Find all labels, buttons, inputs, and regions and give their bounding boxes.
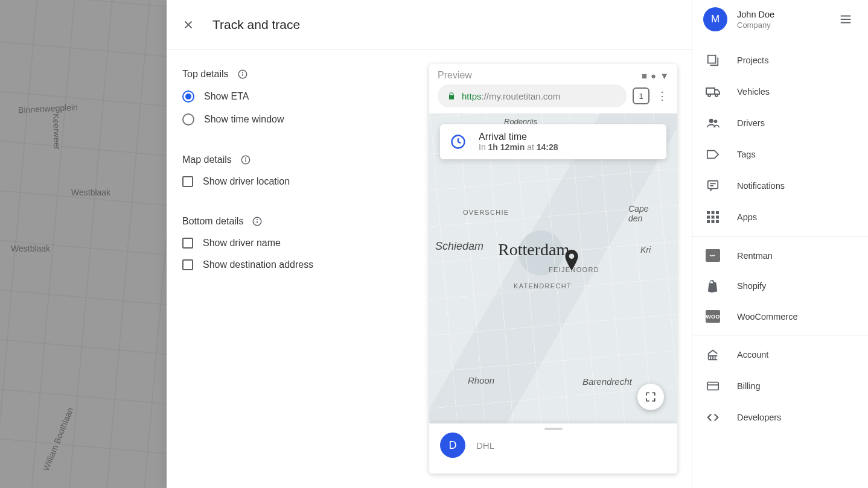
- sidebar-item-projects[interactable]: Projects: [692, 45, 868, 76]
- section-title-top-details: Top details: [182, 69, 413, 80]
- divider: [692, 236, 868, 237]
- vehicles-icon: [706, 84, 720, 99]
- section-title-bottom-details: Bottom details: [182, 216, 413, 227]
- option-label: Show time window: [204, 114, 284, 125]
- svg-rect-14: [707, 211, 710, 214]
- projects-icon: [706, 53, 720, 68]
- svg-point-11: [709, 119, 713, 123]
- map-area-label: Rhoon: [468, 375, 494, 385]
- svg-point-10: [715, 94, 718, 97]
- preview-column: Preview ■ ● ▼ https: [429, 49, 692, 488]
- apps-icon: [706, 210, 720, 224]
- url-sep: ://: [482, 91, 490, 101]
- svg-rect-16: [716, 211, 719, 214]
- device-selector: ■ ● ▼: [642, 71, 669, 81]
- sidebar-item-billing[interactable]: Billing: [692, 370, 868, 402]
- device-caret-icon[interactable]: ▼: [660, 71, 669, 81]
- fullscreen-icon: [645, 391, 656, 402]
- account-icon: [706, 347, 720, 362]
- lock-icon: [447, 92, 456, 100]
- svg-rect-13: [708, 181, 718, 189]
- svg-rect-8: [706, 88, 715, 94]
- drivers-icon: [706, 116, 720, 130]
- carrier-avatar: D: [440, 433, 465, 458]
- section-title-label: Top details: [182, 69, 229, 80]
- option-show-eta[interactable]: Show ETA: [182, 90, 413, 103]
- sidebar-item-label: Account: [737, 350, 768, 360]
- section-title-label: Bottom details: [182, 216, 243, 227]
- sidebar-item-woocommerce[interactable]: WOO WooCommerce: [692, 302, 868, 331]
- sidebar-item-label: Tags: [737, 150, 756, 159]
- tags-icon: [706, 147, 720, 162]
- radio-icon: [182, 90, 194, 103]
- fullscreen-button[interactable]: [637, 384, 664, 410]
- sidebar-item-drivers[interactable]: Drivers: [692, 107, 868, 139]
- woocommerce-icon: WOO: [706, 310, 720, 323]
- section-title-label: Map details: [182, 154, 232, 165]
- tab-count[interactable]: 1: [633, 87, 649, 104]
- sidebar-header: M John Doe Company: [692, 0, 868, 45]
- info-icon[interactable]: [252, 216, 263, 227]
- preview-bottom-sheet[interactable]: D DHL: [429, 423, 677, 474]
- svg-rect-23: [707, 382, 718, 390]
- close-button[interactable]: [176, 13, 200, 37]
- track-and-trace-panel: Track and trace Top details Show ETA Sho…: [167, 0, 692, 488]
- option-label: Show ETA: [204, 91, 249, 102]
- checkbox-icon: [182, 176, 193, 187]
- url-bar[interactable]: https://my.routetitan.com: [438, 84, 627, 107]
- eta-title: Arrival time: [479, 132, 558, 142]
- billing-icon: [706, 379, 720, 393]
- svg-rect-15: [712, 211, 715, 214]
- svg-rect-20: [707, 220, 710, 223]
- close-icon: [182, 18, 195, 31]
- panel-header: Track and trace: [167, 0, 692, 49]
- sidebar-item-developers[interactable]: Developers: [692, 402, 868, 433]
- sidebar-item-vehicles[interactable]: Vehicles: [692, 76, 868, 107]
- option-show-driver-location[interactable]: Show driver location: [182, 176, 413, 187]
- option-label: Show driver location: [203, 176, 290, 187]
- sidebar-item-apps[interactable]: Apps: [692, 201, 868, 233]
- svg-rect-22: [716, 220, 719, 223]
- checkbox-icon: [182, 238, 193, 249]
- sidebar-item-account[interactable]: Account: [692, 339, 868, 370]
- option-show-time-window[interactable]: Show time window: [182, 113, 413, 125]
- sidebar-item-label: Rentman: [737, 251, 773, 261]
- user-name: John Doe: [737, 10, 774, 19]
- info-icon[interactable]: [240, 154, 251, 165]
- svg-point-5: [257, 220, 258, 220]
- panel-title: Track and trace: [212, 17, 300, 32]
- device-tablet-icon[interactable]: ■: [642, 71, 647, 81]
- svg-point-12: [714, 120, 718, 124]
- preview-top-bar: Preview ■ ● ▼ https: [429, 64, 677, 113]
- map-area-label: KATENDRECHT: [514, 282, 572, 290]
- drag-handle-icon[interactable]: [544, 428, 563, 430]
- sidebar-item-label: Shopify: [737, 281, 766, 291]
- sidebar-item-tags[interactable]: Tags: [692, 139, 868, 170]
- option-show-destination-address[interactable]: Show destination address: [182, 259, 413, 270]
- svg-rect-19: [716, 216, 719, 219]
- user-company: Company: [737, 21, 774, 30]
- developers-icon: [706, 410, 720, 425]
- svg-point-1: [242, 72, 243, 73]
- more-icon[interactable]: ⋮: [656, 89, 669, 103]
- sidebar-item-label: Developers: [737, 413, 781, 422]
- option-show-driver-name[interactable]: Show driver name: [182, 238, 413, 249]
- hamburger-icon: [839, 13, 852, 26]
- device-phone-icon[interactable]: ●: [651, 71, 656, 81]
- sidebar-item-notifications[interactable]: Notifications: [692, 170, 868, 201]
- shopify-icon: [706, 279, 720, 293]
- settings-column: Top details Show ETA Show time window Ma…: [167, 49, 429, 488]
- checkbox-icon: [182, 259, 193, 270]
- carrier-name: DHL: [476, 440, 494, 451]
- map-area-label: Schiedam: [435, 240, 483, 253]
- sidebar-item-rentman[interactable]: 〰 Rentman: [692, 241, 868, 270]
- svg-rect-7: [708, 55, 716, 63]
- divider: [692, 335, 868, 335]
- preview-viewport: Rodenrijs OVERSCHIE Capeden Schiedam FEI…: [429, 113, 677, 423]
- sidebar-item-shopify[interactable]: Shopify: [692, 270, 868, 302]
- user-avatar[interactable]: M: [703, 7, 727, 31]
- sidebar-item-label: Projects: [737, 55, 768, 65]
- svg-point-3: [245, 158, 246, 159]
- info-icon[interactable]: [237, 69, 248, 80]
- hamburger-button[interactable]: [834, 8, 857, 31]
